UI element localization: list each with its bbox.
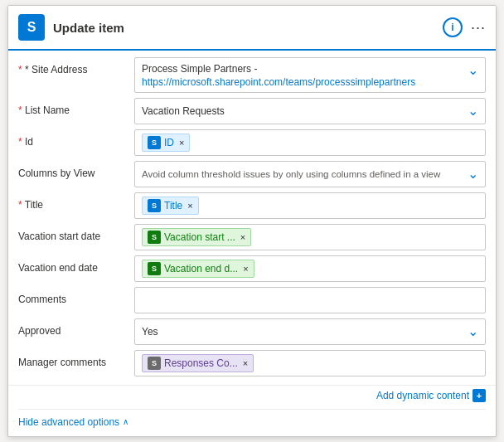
- site-address-url: https://microsoft.sharepoint.com/teams/p…: [142, 76, 415, 88]
- manager-comments-chip: S Responses Co... ×: [142, 354, 254, 372]
- list-name-control[interactable]: Vacation Requests ⌄: [134, 98, 486, 124]
- list-name-value: Vacation Requests: [142, 105, 458, 117]
- vacation-start-chip: S Vacation start ... ×: [142, 228, 251, 246]
- hide-advanced-label: Hide advanced options: [18, 416, 119, 428]
- title-chip-icon: S: [148, 199, 161, 212]
- list-name-row: * List Name Vacation Requests ⌄: [18, 98, 486, 124]
- vacation-end-control[interactable]: S Vacation end d... ×: [134, 255, 486, 282]
- vacation-end-label: Vacation end date: [18, 255, 134, 274]
- page-title: Update item: [53, 21, 443, 35]
- vacation-end-chip-icon: S: [148, 262, 161, 275]
- comments-label: Comments: [18, 287, 134, 305]
- hide-advanced-button[interactable]: Hide advanced options ∧: [18, 416, 128, 428]
- manager-comments-chip-icon: S: [148, 357, 161, 370]
- limit-columns-row: Columns by View Avoid column threshold i…: [18, 161, 486, 187]
- id-chip: S ID ×: [142, 134, 190, 152]
- id-chip-label: ID: [164, 137, 174, 148]
- chevron-up-icon: ∧: [123, 417, 128, 426]
- limit-columns-dropdown-icon[interactable]: ⌄: [468, 166, 478, 182]
- manager-comments-chip-label: Responses Co...: [164, 357, 238, 369]
- vacation-start-control[interactable]: S Vacation start ... ×: [134, 224, 486, 250]
- vacation-start-chip-icon: S: [148, 231, 161, 244]
- add-dynamic-content-button[interactable]: Add dynamic content +: [376, 389, 486, 402]
- vacation-end-chip: S Vacation end d... ×: [142, 260, 254, 278]
- vacation-start-row: Vacation start date S Vacation start ...…: [18, 224, 486, 250]
- manager-comments-control[interactable]: S Responses Co... ×: [134, 350, 486, 376]
- id-chip-close[interactable]: ×: [179, 138, 184, 148]
- title-label: * Title: [18, 192, 134, 211]
- vacation-end-row: Vacation end date S Vacation end d... ×: [18, 255, 486, 282]
- title-control[interactable]: S Title ×: [134, 192, 486, 219]
- app-icon: S: [18, 14, 45, 41]
- limit-columns-label: Columns by View: [18, 161, 134, 179]
- info-button[interactable]: i: [443, 17, 463, 37]
- vacation-start-label: Vacation start date: [18, 224, 134, 242]
- site-address-line1: Process Simple Partners -: [142, 62, 257, 76]
- limit-columns-control[interactable]: Avoid column threshold issues by only us…: [134, 161, 486, 187]
- approved-value: Yes: [142, 326, 458, 338]
- comments-row: Comments: [18, 287, 486, 313]
- header-actions: i ···: [443, 17, 486, 37]
- id-row: * Id S ID ×: [18, 129, 486, 156]
- site-address-dropdown-icon[interactable]: ⌄: [468, 62, 478, 78]
- list-name-dropdown-icon[interactable]: ⌄: [468, 103, 478, 119]
- limit-columns-placeholder: Avoid column threshold issues by only us…: [142, 169, 458, 179]
- approved-dropdown-icon[interactable]: ⌄: [468, 323, 478, 339]
- card-header: S Update item i ···: [8, 6, 496, 51]
- title-row: * Title S Title ×: [18, 192, 486, 219]
- vacation-start-chip-close[interactable]: ×: [240, 232, 245, 242]
- more-button[interactable]: ···: [471, 19, 486, 36]
- site-address-label: * * Site Address: [18, 57, 134, 75]
- card-body: * * Site Address Process Simple Partners…: [8, 51, 496, 385]
- vacation-start-chip-label: Vacation start ...: [164, 231, 235, 243]
- id-chip-icon: S: [148, 136, 161, 149]
- add-dynamic-icon: +: [472, 389, 486, 402]
- site-address-row: * * Site Address Process Simple Partners…: [18, 57, 486, 93]
- vacation-end-chip-label: Vacation end d...: [164, 263, 238, 274]
- approved-control[interactable]: Yes ⌄: [134, 318, 486, 345]
- add-dynamic-label: Add dynamic content: [376, 390, 469, 401]
- update-item-card: S Update item i ··· * * Site Address Pro…: [7, 5, 497, 437]
- id-label: * Id: [18, 129, 134, 148]
- vacation-end-chip-close[interactable]: ×: [243, 264, 248, 274]
- title-chip-label: Title: [164, 200, 182, 211]
- site-address-control[interactable]: Process Simple Partners - https://micros…: [134, 57, 486, 93]
- list-name-label: * List Name: [18, 98, 134, 116]
- title-chip: S Title ×: [142, 197, 199, 215]
- comments-control[interactable]: [134, 287, 486, 313]
- manager-comments-chip-close[interactable]: ×: [243, 358, 248, 368]
- manager-comments-row: Manager comments S Responses Co... ×: [18, 350, 486, 376]
- title-chip-close[interactable]: ×: [187, 201, 192, 211]
- manager-comments-label: Manager comments: [18, 350, 134, 368]
- id-control[interactable]: S ID ×: [134, 129, 486, 156]
- approved-label: Approved: [18, 318, 134, 337]
- approved-row: Approved Yes ⌄: [18, 318, 486, 345]
- card-footer: Add dynamic content + Hide advanced opti…: [8, 385, 496, 436]
